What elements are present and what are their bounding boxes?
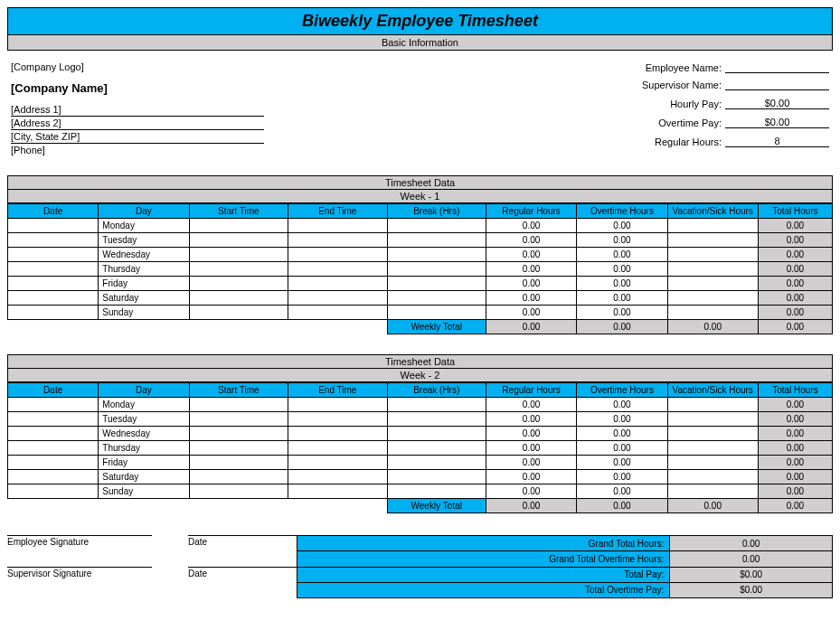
table-row: Wednesday0.000.000.00 <box>8 248 833 262</box>
employee-signature-line[interactable]: Employee Signature <box>7 535 152 547</box>
end-cell[interactable] <box>288 262 387 277</box>
end-cell[interactable] <box>288 484 387 499</box>
start-cell[interactable] <box>189 441 288 456</box>
total-cell: 0.00 <box>758 291 832 306</box>
vacation-cell[interactable] <box>667 398 758 412</box>
start-cell[interactable] <box>189 398 288 412</box>
end-cell[interactable] <box>288 456 387 470</box>
col-day: Day <box>99 204 189 219</box>
overtime-cell: 0.00 <box>577 306 667 320</box>
employee-name-field[interactable] <box>725 61 829 73</box>
break-cell[interactable] <box>387 470 486 484</box>
table-row: Sunday0.000.000.00 <box>8 484 833 499</box>
end-cell[interactable] <box>288 233 387 248</box>
date-cell[interactable] <box>8 248 99 262</box>
date-cell[interactable] <box>8 441 99 456</box>
regular-cell: 0.00 <box>486 306 576 320</box>
employee-date-line[interactable]: Date <box>188 535 297 547</box>
col-regular: Regular Hours <box>486 204 576 219</box>
vacation-cell[interactable] <box>667 484 758 499</box>
regular-cell: 0.00 <box>486 233 576 248</box>
start-cell[interactable] <box>189 456 288 470</box>
address-2[interactable]: [Address 2] <box>11 118 264 130</box>
vacation-cell[interactable] <box>667 219 758 233</box>
total-ot-pay-row: Total Overtime Pay: $0.00 <box>297 582 833 597</box>
vacation-cell[interactable] <box>667 233 758 248</box>
start-cell[interactable] <box>189 248 288 262</box>
supervisor-signature-line[interactable]: Supervisor Signature <box>7 567 152 578</box>
date-cell[interactable] <box>8 470 99 484</box>
vacation-cell[interactable] <box>667 441 758 456</box>
start-cell[interactable] <box>189 427 288 441</box>
vacation-cell[interactable] <box>667 248 758 262</box>
day-cell: Monday <box>99 219 189 233</box>
start-cell[interactable] <box>189 306 288 320</box>
vacation-cell[interactable] <box>667 262 758 277</box>
regular-cell: 0.00 <box>486 456 576 470</box>
address-1[interactable]: [Address 1] <box>11 104 264 117</box>
break-cell[interactable] <box>387 427 486 441</box>
start-cell[interactable] <box>189 233 288 248</box>
weekly-vacation-total: 0.00 <box>667 320 758 334</box>
break-cell[interactable] <box>387 484 486 499</box>
end-cell[interactable] <box>288 219 387 233</box>
date-cell[interactable] <box>8 427 99 441</box>
regular-hours-field[interactable]: 8 <box>725 136 829 147</box>
break-cell[interactable] <box>387 262 486 277</box>
end-cell[interactable] <box>288 470 387 484</box>
end-cell[interactable] <box>288 441 387 456</box>
overtime-pay-field[interactable]: $0.00 <box>725 117 829 128</box>
break-cell[interactable] <box>387 219 486 233</box>
break-cell[interactable] <box>387 248 486 262</box>
end-cell[interactable] <box>288 291 387 306</box>
day-cell: Friday <box>99 456 189 470</box>
end-cell[interactable] <box>288 277 387 291</box>
date-cell[interactable] <box>8 233 99 248</box>
break-cell[interactable] <box>387 277 486 291</box>
date-cell[interactable] <box>8 484 99 499</box>
date-cell[interactable] <box>8 291 99 306</box>
end-cell[interactable] <box>288 412 387 427</box>
hourly-pay-field[interactable]: $0.00 <box>725 98 829 109</box>
vacation-cell[interactable] <box>667 427 758 441</box>
break-cell[interactable] <box>387 291 486 306</box>
break-cell[interactable] <box>387 441 486 456</box>
overtime-cell: 0.00 <box>577 233 667 248</box>
start-cell[interactable] <box>189 484 288 499</box>
date-cell[interactable] <box>8 219 99 233</box>
start-cell[interactable] <box>189 291 288 306</box>
break-cell[interactable] <box>387 233 486 248</box>
grand-total-hours-label: Grand Total Hours: <box>297 536 670 551</box>
vacation-cell[interactable] <box>667 412 758 427</box>
date-cell[interactable] <box>8 412 99 427</box>
break-cell[interactable] <box>387 306 486 320</box>
break-cell[interactable] <box>387 456 486 470</box>
overtime-cell: 0.00 <box>577 470 667 484</box>
break-cell[interactable] <box>387 398 486 412</box>
start-cell[interactable] <box>189 219 288 233</box>
end-cell[interactable] <box>288 306 387 320</box>
end-cell[interactable] <box>288 398 387 412</box>
vacation-cell[interactable] <box>667 306 758 320</box>
vacation-cell[interactable] <box>667 277 758 291</box>
end-cell[interactable] <box>288 427 387 441</box>
start-cell[interactable] <box>189 277 288 291</box>
total-cell: 0.00 <box>758 427 832 441</box>
date-cell[interactable] <box>8 306 99 320</box>
vacation-cell[interactable] <box>667 291 758 306</box>
date-cell[interactable] <box>8 262 99 277</box>
start-cell[interactable] <box>189 262 288 277</box>
city-state-zip[interactable]: [City, State ZIP] <box>11 131 264 144</box>
start-cell[interactable] <box>189 470 288 484</box>
break-cell[interactable] <box>387 412 486 427</box>
vacation-cell[interactable] <box>667 470 758 484</box>
supervisor-date-line[interactable]: Date <box>188 567 297 578</box>
col-end: End Time <box>288 383 387 398</box>
start-cell[interactable] <box>189 412 288 427</box>
date-cell[interactable] <box>8 456 99 470</box>
vacation-cell[interactable] <box>667 456 758 470</box>
date-cell[interactable] <box>8 277 99 291</box>
supervisor-name-field[interactable] <box>725 79 829 90</box>
date-cell[interactable] <box>8 398 99 412</box>
end-cell[interactable] <box>288 248 387 262</box>
